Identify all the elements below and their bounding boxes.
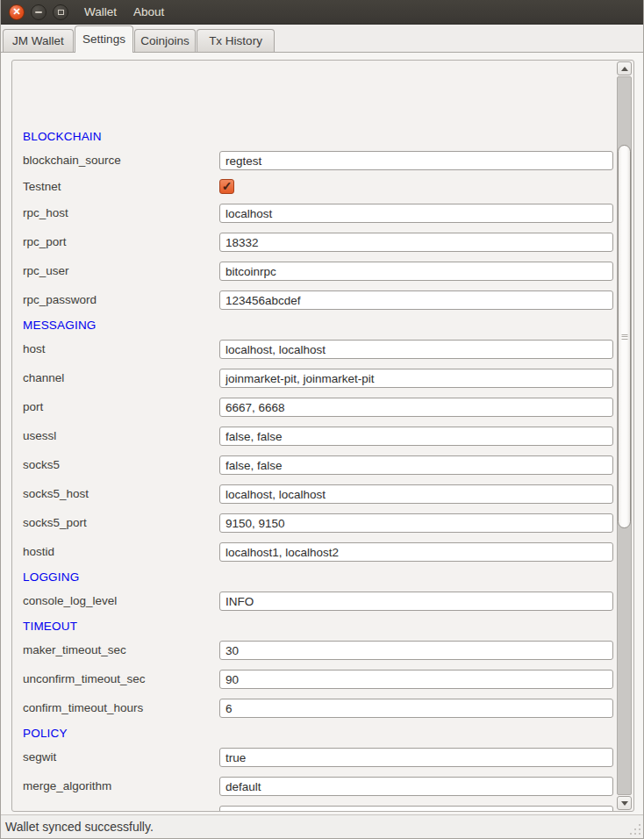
checkmark-icon: ✓ bbox=[222, 180, 233, 192]
field-input[interactable] bbox=[219, 455, 613, 475]
settings-rows: BLOCKCHAINblockchain_sourceTestnet✓rpc_h… bbox=[12, 61, 633, 811]
field-label: host bbox=[23, 340, 46, 359]
field-input[interactable] bbox=[219, 777, 613, 796]
tab-bar: JM Wallet Settings Coinjoins Tx History bbox=[1, 25, 643, 53]
scrollbar-grip-icon bbox=[621, 333, 627, 340]
tab-jm-wallet[interactable]: JM Wallet bbox=[3, 29, 74, 52]
field-input[interactable] bbox=[219, 427, 613, 446]
field-label: rpc_password bbox=[23, 290, 97, 310]
menu-item-about[interactable]: About bbox=[133, 5, 164, 18]
section-header: POLICY bbox=[23, 727, 68, 741]
arrow-down-icon bbox=[621, 801, 628, 806]
field-label: rpc_port bbox=[23, 233, 67, 252]
settings-scroll-area: BLOCKCHAINblockchain_sourceTestnet✓rpc_h… bbox=[11, 60, 634, 812]
minimize-window-button[interactable] bbox=[31, 4, 47, 20]
field-label: hostid bbox=[23, 542, 54, 562]
field-label: tx_fees bbox=[23, 806, 61, 812]
field-label: merge_algorithm bbox=[23, 777, 111, 796]
field-label: usessl bbox=[23, 427, 56, 446]
field-input[interactable] bbox=[219, 542, 613, 562]
scrollbar-track[interactable] bbox=[617, 76, 632, 795]
field-label: segwit bbox=[23, 748, 56, 767]
app-window: ✕ Wallet About JM Wallet Settings Coinjo… bbox=[0, 0, 644, 839]
scroll-up-button[interactable] bbox=[617, 61, 632, 75]
field-label: Testnet bbox=[23, 177, 61, 197]
field-label: port bbox=[23, 398, 43, 417]
field-input[interactable] bbox=[219, 290, 613, 310]
field-input[interactable] bbox=[219, 233, 613, 252]
resize-grip[interactable] bbox=[629, 824, 640, 835]
status-message: Wallet synced successfully. bbox=[5, 820, 154, 834]
close-window-button[interactable]: ✕ bbox=[9, 4, 25, 20]
field-label: rpc_user bbox=[23, 262, 69, 281]
section-header: TIMEOUT bbox=[23, 620, 77, 634]
field-label: socks5_host bbox=[23, 484, 89, 504]
maximize-icon bbox=[58, 10, 64, 15]
scroll-down-button[interactable] bbox=[617, 796, 632, 810]
field-input[interactable] bbox=[219, 806, 613, 812]
field-input[interactable] bbox=[219, 340, 613, 359]
status-bar: Wallet synced successfully. bbox=[1, 814, 643, 838]
field-input[interactable] bbox=[219, 513, 613, 533]
field-input[interactable] bbox=[219, 398, 613, 417]
title-bar: ✕ Wallet About bbox=[1, 0, 643, 25]
field-label: blockchain_source bbox=[23, 151, 121, 170]
testnet-checkbox[interactable]: ✓ bbox=[219, 179, 234, 194]
maximize-window-button[interactable] bbox=[53, 4, 68, 20]
field-label: maker_timeout_sec bbox=[23, 641, 126, 660]
field-label: console_log_level bbox=[23, 592, 117, 611]
tab-settings[interactable]: Settings bbox=[75, 25, 133, 53]
field-input[interactable] bbox=[219, 484, 613, 504]
section-header: MESSAGING bbox=[23, 319, 97, 333]
field-input[interactable] bbox=[219, 151, 613, 170]
close-icon: ✕ bbox=[12, 7, 20, 17]
field-input[interactable] bbox=[219, 748, 613, 767]
field-label: socks5 bbox=[23, 455, 60, 475]
field-input[interactable] bbox=[219, 204, 613, 223]
settings-pane: BLOCKCHAINblockchain_sourceTestnet✓rpc_h… bbox=[1, 53, 643, 815]
field-label: socks5_port bbox=[23, 513, 87, 533]
arrow-up-icon bbox=[621, 67, 628, 71]
field-input[interactable] bbox=[219, 592, 613, 611]
tab-tx-history[interactable]: Tx History bbox=[197, 29, 275, 52]
menu-bar: Wallet About bbox=[84, 5, 164, 18]
scrollbar-thumb[interactable] bbox=[618, 145, 631, 528]
field-label: rpc_host bbox=[23, 204, 68, 223]
menu-item-wallet[interactable]: Wallet bbox=[84, 5, 117, 18]
field-label: confirm_timeout_hours bbox=[23, 699, 143, 718]
field-input[interactable] bbox=[219, 262, 613, 281]
vertical-scrollbar bbox=[617, 61, 632, 810]
field-input[interactable] bbox=[219, 641, 613, 660]
field-label: channel bbox=[23, 369, 64, 388]
field-label: unconfirm_timeout_sec bbox=[23, 670, 146, 689]
field-input[interactable] bbox=[219, 369, 613, 388]
field-input[interactable] bbox=[219, 699, 613, 718]
field-input[interactable] bbox=[219, 670, 613, 689]
minimize-icon bbox=[35, 11, 42, 13]
tab-coinjoins[interactable]: Coinjoins bbox=[134, 29, 196, 52]
section-header: LOGGING bbox=[23, 570, 79, 584]
section-header: BLOCKCHAIN bbox=[23, 130, 102, 144]
